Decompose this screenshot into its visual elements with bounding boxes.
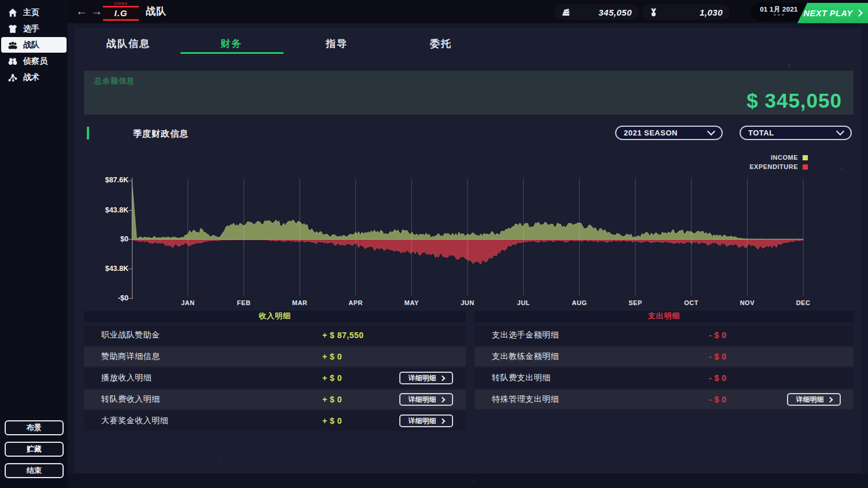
expenditure-table-title: 支出明细	[475, 311, 854, 322]
money-icon	[561, 8, 571, 17]
active-tab-underline	[181, 52, 284, 54]
page-title: 战队	[146, 0, 167, 23]
season-dropdown[interactable]: 2021 SEASON	[615, 126, 723, 140]
sidebar-item-team[interactable]: 战队	[1, 37, 67, 53]
row-amount: + $ 0	[322, 416, 342, 425]
month-label: NOV	[730, 299, 764, 306]
detail-button[interactable]: 详细明细	[399, 372, 453, 384]
chart-month-labels: JANFEBMARAPRMAYJUNJULAUGSEPOCTNOVDEC	[127, 299, 807, 309]
chevron-right-icon	[827, 397, 833, 402]
row-label: 特殊管理支出明细	[475, 394, 559, 405]
row-label: 支出选手金额明细	[475, 330, 559, 340]
row-label: 转队费收入明细	[84, 394, 160, 405]
y-axis-label: $87.6K	[82, 176, 128, 184]
table-row: 大赛奖金收入明细 + $ 0 详细明细	[84, 411, 466, 431]
y-axis-label: $43.8K	[82, 206, 128, 214]
month-label: SEP	[618, 299, 653, 306]
chevron-right-icon	[439, 397, 445, 402]
row-label: 赞助商详细信息	[84, 351, 160, 362]
tab-team-info[interactable]: 战队信息	[76, 35, 181, 53]
sidebar-item-scout[interactable]: 侦察员	[1, 53, 67, 69]
trophy-icon	[649, 8, 659, 17]
income-table-title: 收入明细	[84, 311, 466, 322]
finance-area-chart	[127, 177, 807, 304]
row-amount: + $ 0	[322, 373, 342, 383]
legend-expenditure-label: EXPENDITURE	[749, 163, 798, 170]
detail-button[interactable]: 详细明细	[399, 393, 453, 406]
forward-arrow-icon[interactable]: →	[91, 0, 102, 23]
sidebar-item-label: 选手	[23, 24, 39, 34]
storage-button-label: 贮藏	[27, 444, 42, 454]
expenditure-table: 支出明细 支出选手金额明细 - $ 0 支出教练金额明细 - $ 0 转队费支出…	[475, 311, 854, 411]
end-button[interactable]: 结束	[5, 463, 64, 478]
section-title: 季度财政信息	[133, 129, 189, 140]
month-label: APR	[339, 299, 373, 306]
game-date: 01 1月 2021	[751, 3, 807, 21]
table-row: 职业战队赞助金 + $ 87,550	[84, 325, 466, 345]
table-row: 赞助商详细信息 + $ 0	[84, 347, 466, 366]
top-bar: ← → CHINA I.G 战队 345,050 1,030 01 1月 202…	[68, 0, 868, 23]
logo-team-label: I.G	[103, 6, 139, 21]
balance-label: 总余额信息	[94, 76, 135, 86]
legend-income-label: INCOME	[771, 154, 798, 161]
detail-button[interactable]: 详细明细	[399, 414, 453, 427]
money-value: 345,050	[571, 8, 632, 17]
next-play-label: NEXT PLAY	[804, 9, 853, 18]
balance-amount: $ 345,050	[746, 89, 842, 112]
chevron-down-icon	[836, 127, 844, 135]
next-play-button[interactable]: NEXT PLAY	[797, 3, 868, 23]
month-label: MAR	[282, 299, 317, 306]
sidebar-item-label: 主页	[23, 8, 39, 18]
row-amount: - $ 0	[709, 373, 727, 383]
table-row: 支出教练金额明细 - $ 0	[475, 347, 854, 366]
tab-commission[interactable]: 委托	[389, 35, 493, 53]
tab-finance[interactable]: 财务	[179, 35, 284, 53]
month-label: JUL	[506, 299, 541, 306]
chevron-right-icon	[439, 418, 445, 424]
chart-y-axis-labels: $87.6K$43.8K$0$43.8K-$0	[82, 177, 128, 304]
trophy-display: 1,030	[642, 5, 730, 20]
sidebar-item-label: 战队	[23, 40, 39, 50]
month-label: MAY	[394, 299, 429, 306]
row-amount: + $ 0	[322, 352, 342, 361]
jersey-icon	[8, 24, 18, 34]
row-label: 职业战队赞助金	[84, 330, 160, 340]
bottom-strip	[68, 474, 868, 488]
trophy-value: 1,030	[659, 8, 723, 17]
scope-dropdown[interactable]: TOTAL	[740, 126, 852, 140]
y-axis-label: $0	[82, 235, 128, 243]
scene-button[interactable]: 布景	[5, 420, 64, 435]
detail-button[interactable]: 详细明细	[787, 393, 841, 406]
tab-coaching[interactable]: 指导	[285, 35, 389, 53]
money-display: 345,050	[554, 5, 639, 20]
particle-dot	[473, 480, 475, 483]
row-label: 播放收入明细	[84, 373, 152, 383]
month-label: DEC	[786, 299, 821, 306]
row-label: 支出教练金额明细	[475, 351, 559, 362]
binoculars-icon	[8, 56, 18, 67]
logo-country-label: CHINA	[103, 1, 139, 6]
tactics-icon	[8, 72, 18, 83]
chevron-right-icon	[856, 9, 863, 17]
chevron-down-icon	[707, 127, 715, 135]
scope-dropdown-value: TOTAL	[748, 129, 774, 137]
month-label: FEB	[226, 299, 261, 306]
month-label: OCT	[674, 299, 709, 306]
back-arrow-icon[interactable]: ←	[76, 0, 87, 23]
sidebar-item-home[interactable]: 主页	[1, 5, 67, 20]
income-table: 收入明细 职业战队赞助金 + $ 87,550 赞助商详细信息 + $ 0 播放…	[84, 311, 466, 432]
detail-button-label: 详细明细	[409, 416, 436, 426]
table-row: 转队费收入明细 + $ 0 详细明细	[84, 390, 466, 409]
sidebar-item-label: 战术	[23, 72, 39, 83]
sidebar-item-players[interactable]: 选手	[1, 21, 67, 36]
y-axis-label: $43.8K	[82, 265, 128, 273]
particle-dot	[788, 64, 790, 66]
detail-button-label: 详细明细	[409, 373, 436, 383]
end-button-label: 结束	[27, 465, 42, 476]
main-content: 战队信息 财务 指导 委托 总余额信息 $ 345,050 季度财政信息 202…	[68, 23, 868, 488]
row-amount: + $ 87,550	[322, 331, 364, 340]
month-label: JUN	[450, 299, 485, 306]
sidebar-item-tactics[interactable]: 战术	[1, 69, 67, 85]
table-row: 支出选手金额明细 - $ 0	[475, 325, 854, 345]
storage-button[interactable]: 贮藏	[5, 442, 64, 457]
